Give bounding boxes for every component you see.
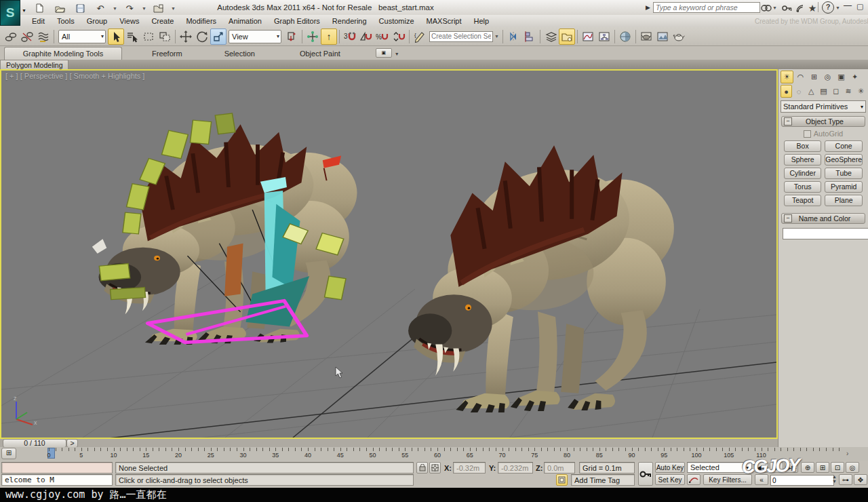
collapse-icon[interactable]: − [784,117,792,125]
menu-edit[interactable]: Edit [26,16,51,26]
hierarchy-tab-icon[interactable]: ⊞ [808,71,821,83]
primitive-category-dropdown[interactable]: Standard Primitives ▾ [781,100,866,113]
use-pivot-point-icon[interactable] [283,28,300,45]
modify-tab-icon[interactable]: ◠ [794,71,807,83]
maxscript-mini-listener-white[interactable]: elcome to M [1,474,113,486]
selection-lock-icon[interactable] [416,462,428,474]
named-selection-set-field[interactable] [429,31,493,42]
teapot-button[interactable]: Teapot [784,195,821,206]
key-mode-toggle-button[interactable]: ⊶ [839,474,852,485]
track-bar[interactable]: ⊞ 05101520253035404550556065707580859095… [0,447,868,461]
shapes-category-icon[interactable]: ◌ [793,85,804,98]
menu-help[interactable]: Help [468,16,496,26]
named-selection-caret-icon[interactable]: ▼ [494,34,499,39]
pan-view-button[interactable]: ✥ [854,474,867,485]
beast-model[interactable] [396,126,689,412]
default-in-out-tangent-icon[interactable] [687,474,701,485]
beast-model-rigged[interactable] [87,109,372,345]
space-warps-category-icon[interactable]: ≋ [842,85,854,98]
menu-customize[interactable]: Customize [373,16,420,26]
helpers-category-icon[interactable]: ◻ [830,85,842,98]
tab-graphite-modeling-tools[interactable]: Graphite Modeling Tools [4,47,122,60]
pyramid-button[interactable]: Pyramid [825,181,863,193]
reference-coordinate-dropdown[interactable]: View▾ [229,30,281,43]
zoom-button[interactable]: ⊕ [801,462,814,473]
select-and-move-icon[interactable] [178,28,194,45]
menu-rendering[interactable]: Rendering [326,16,373,26]
maximize-button[interactable]: ▢ [856,2,863,11]
minimize-button[interactable]: — [844,1,852,10]
track-bar-ruler[interactable]: 0510152025303540455055606570758085909510… [0,447,848,461]
manage-layers-icon[interactable] [559,28,575,45]
object-name-field[interactable] [783,228,868,239]
object-type-rollout[interactable]: − Object Type [781,116,865,127]
material-editor-icon[interactable] [617,28,633,45]
y-coord-field[interactable]: -0.232m [498,462,533,474]
menu-maxscript[interactable]: MAXScript [420,16,468,26]
search-caret-icon[interactable]: ▼ [772,5,777,10]
cameras-category-icon[interactable]: ▤ [818,85,829,98]
set-keys-button[interactable] [638,462,653,486]
ribbon-options-caret-icon[interactable]: ▼ [395,52,399,56]
curve-editor-icon[interactable] [580,28,596,45]
keyboard-shortcut-override-icon[interactable]: ↑ [321,28,337,45]
autogrid-checkbox[interactable] [804,130,811,138]
menu-modifiers[interactable]: Modifiers [180,16,222,26]
auto-key-button[interactable]: Auto Key [655,462,685,473]
rectangular-selection-region-icon[interactable] [140,28,157,45]
percent-snap-icon[interactable]: % [374,28,391,45]
name-and-color-rollout[interactable]: − Name and Color [781,213,865,224]
create-tab-icon[interactable]: ☀ [781,71,793,83]
zoom-all-button[interactable]: ⊞ [816,462,829,473]
tab-object-paint[interactable]: Object Paint [289,47,351,60]
frame-spinner[interactable]: ▲▼ [832,474,837,484]
spinner-snap-icon[interactable] [391,28,407,45]
geometry-category-icon[interactable]: ● [781,85,792,98]
viewport-label[interactable]: [ + ] [ Perspective ] [ Smooth + Highlig… [5,72,144,80]
app-menu-button[interactable]: S [0,0,20,26]
set-key-button[interactable]: Set Key [655,474,685,485]
menu-create[interactable]: Create [145,16,180,26]
perspective-viewport[interactable]: z x [0,69,778,439]
sphere-button[interactable]: Sphere [784,154,821,166]
select-and-link-icon[interactable] [3,28,19,45]
systems-category-icon[interactable]: ✳ [855,85,867,98]
layer-manager-icon[interactable] [542,28,559,45]
select-and-manipulate-icon[interactable] [304,28,321,45]
tube-button[interactable]: Tube [825,168,863,179]
lights-category-icon[interactable]: △ [806,85,817,98]
bind-to-space-warp-icon[interactable] [35,28,52,45]
help-caret-icon[interactable]: ▼ [835,5,840,10]
cylinder-button[interactable]: Cylinder [784,168,821,179]
collapse-icon[interactable]: − [784,214,792,223]
select-and-scale-icon[interactable] [210,28,226,45]
rendered-frame-window-icon[interactable] [654,28,671,45]
select-and-rotate-icon[interactable] [194,28,210,45]
maxscript-mini-listener-pink[interactable] [1,462,113,474]
menu-views[interactable]: Views [113,16,145,26]
utilities-tab-icon[interactable]: ✦ [848,71,861,83]
add-time-tag[interactable]: Add Time Tag [571,474,635,486]
tab-selection[interactable]: Selection [214,47,266,60]
isolate-selection-icon[interactable] [556,474,568,486]
ribbon-minimize-toggle[interactable]: ▣ [376,48,392,58]
menu-tools[interactable]: Tools [51,16,81,26]
select-by-name-icon[interactable] [124,28,140,45]
edit-named-selection-sets-icon[interactable]: { [412,28,428,45]
track-bar-end-caret-icon[interactable]: › [846,450,848,457]
help-icon[interactable]: ? [822,1,834,14]
panel-tab-polygon-modeling[interactable]: Polygon Modeling [0,60,68,69]
menu-graph-editors[interactable]: Graph Editors [268,16,326,26]
geosphere-button[interactable]: GeoSphere [825,154,863,166]
absolute-offset-mode-icon[interactable] [429,462,441,474]
cone-button[interactable]: Cone [825,140,863,152]
menu-animation[interactable]: Animation [222,16,268,26]
search-input[interactable] [653,2,760,13]
display-tab-icon[interactable]: ▣ [835,71,848,83]
z-coord-field[interactable]: 0.0m [544,462,575,474]
plane-button[interactable]: Plane [825,195,863,206]
unlink-selection-icon[interactable] [19,28,35,45]
angle-snap-icon[interactable] [358,28,374,45]
selection-filter-dropdown[interactable]: All▾ [58,30,106,43]
field-of-view-button[interactable]: ◎ [846,462,859,473]
